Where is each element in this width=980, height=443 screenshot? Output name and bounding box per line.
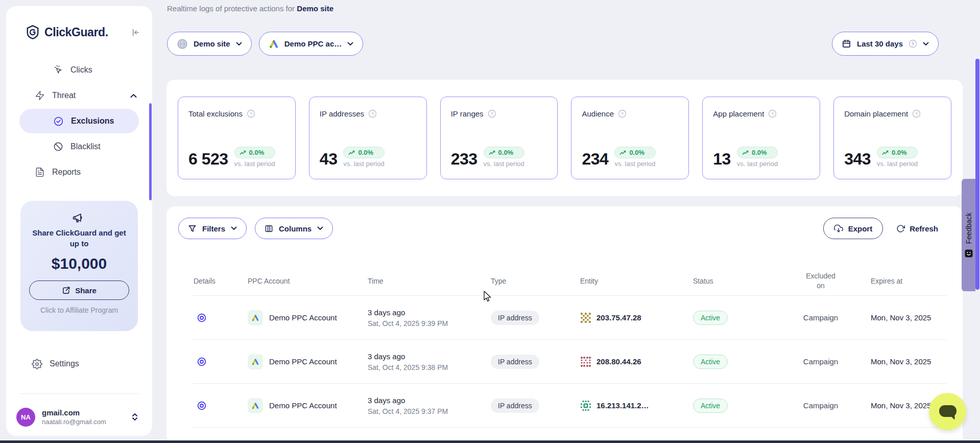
excluded-on-cell: Campaign [790, 313, 851, 322]
excluded-on-cell: Campaign [790, 357, 851, 366]
chat-widget-button[interactable] [929, 393, 966, 430]
logo-text: ClickGuard. [44, 26, 125, 39]
refresh-label: Refresh [910, 224, 938, 233]
date-range-value: Last 30 days [857, 39, 903, 48]
refresh-icon [896, 224, 905, 233]
time-absolute: Sat, Oct 4, 2025 9:39 PM [368, 319, 491, 328]
stat-label: Domain placement [844, 109, 908, 118]
chevron-down-icon [231, 226, 237, 230]
sidebar-item-label: Blacklist [70, 142, 152, 151]
entity-value: 16.213.141.2… [596, 401, 649, 410]
feedback-tab[interactable]: Feedback [962, 179, 975, 291]
stat-value: 13 [713, 151, 731, 167]
share-button[interactable]: Share [29, 281, 129, 300]
help-circle-icon[interactable]: ? [768, 109, 777, 118]
help-circle-icon[interactable]: ? [618, 109, 627, 118]
globe-icon [177, 38, 188, 50]
ppc-account-value: Demo PPC ac… [284, 39, 342, 48]
bottom-edge-bar [0, 440, 980, 443]
sidebar-item-reports[interactable]: Reports [6, 159, 152, 185]
stat-delta: 0.0% [358, 149, 373, 156]
stat-caption: vs. last period [484, 160, 524, 168]
funnel-icon [188, 224, 197, 233]
columns-dropdown[interactable]: Columns [255, 218, 333, 239]
entity-identicon [580, 312, 591, 323]
page-scrollbar[interactable] [975, 59, 979, 290]
chat-bubble-icon [939, 405, 957, 417]
cursor-click-icon [53, 65, 63, 75]
view-details-icon[interactable] [195, 311, 209, 325]
table-row: Demo PPC Account 3 days ago Sat, Oct 4, … [193, 340, 946, 384]
time-absolute: Sat, Oct 4, 2025 9:38 PM [368, 363, 491, 371]
svg-text:?: ? [621, 111, 624, 116]
table-row: Demo PPC Account 3 days ago Sat, Oct 4, … [193, 296, 946, 340]
sidebar-collapse-icon[interactable] [129, 26, 142, 39]
chevron-down-icon [317, 226, 323, 230]
subtitle-text: Realtime logs of protective actions for [167, 4, 297, 13]
feedback-label: Feedback [965, 213, 973, 244]
sidebar-item-label: Threat [52, 91, 123, 100]
stat-label: IP ranges [451, 109, 484, 118]
stat-label: Total exclusions [188, 109, 243, 118]
status-badge: Active [693, 355, 728, 369]
stat-delta: 0.0% [752, 149, 767, 156]
entity-identicon [580, 400, 591, 411]
account-switcher[interactable]: NA gmail.com naatali.ro@gmail.com [16, 404, 145, 430]
view-details-icon[interactable] [195, 399, 209, 413]
chevron-up-icon[interactable] [130, 94, 137, 98]
exclusions-table-panel: Filters Columns Export [166, 206, 963, 443]
promo-caption: Click to Affiliate Program [28, 306, 131, 314]
badge-check-icon [53, 116, 64, 127]
help-circle-icon[interactable]: ? [912, 109, 921, 118]
svg-text:?: ? [912, 41, 914, 46]
help-circle-icon[interactable]: ? [488, 109, 496, 118]
subtitle-site-name: Demo site [297, 4, 333, 13]
stats-panel: Total exclusions ? 6 523 0.0% vs. last p… [166, 80, 963, 196]
sidebar-item-label: Settings [50, 359, 79, 368]
export-button[interactable]: Export [823, 218, 883, 239]
affiliate-promo-card[interactable]: Share ClickGuard and get up to $10,000 S… [20, 201, 138, 331]
sidebar-item-exclusions[interactable]: Exclusions [19, 109, 139, 133]
sidebar-scrollbar[interactable] [149, 103, 152, 200]
sidebar-item-label: Exclusions [71, 116, 114, 126]
expires-at-cell: Mon, Nov 3, 2025 [851, 357, 946, 366]
trend-up-icon [882, 150, 889, 155]
stat-value: 6 523 [188, 151, 228, 167]
filters-dropdown[interactable]: Filters [178, 218, 247, 239]
view-details-icon[interactable] [195, 355, 209, 369]
col-header-type: Type [491, 277, 580, 285]
time-relative: 3 days ago [368, 396, 491, 405]
stat-label: IP addresses [320, 109, 364, 118]
sidebar-item-clicks[interactable]: Clicks [6, 57, 152, 83]
col-header-status: Status [693, 277, 790, 285]
stat-caption: vs. last period [234, 160, 275, 168]
svg-text:?: ? [915, 111, 918, 116]
help-circle-icon[interactable]: ? [247, 109, 255, 118]
sidebar-item-label: Reports [52, 168, 152, 177]
stat-card-ip-addresses: IP addresses ? 43 0.0% vs. last period [309, 97, 427, 179]
stat-delta: 0.0% [629, 149, 644, 156]
svg-text:?: ? [771, 111, 774, 116]
date-range-dropdown[interactable]: Last 30 days ? [832, 32, 939, 56]
svg-text:?: ? [371, 111, 374, 116]
col-header-ppc-account: PPC Account [248, 277, 368, 285]
stat-delta: 0.0% [249, 149, 265, 156]
sidebar-item-threat[interactable]: Threat [6, 83, 152, 108]
sidebar-item-label: Clicks [70, 65, 152, 75]
site-selector-dropdown[interactable]: Demo site [167, 32, 252, 56]
sidebar-item-blacklist[interactable]: Blacklist [6, 134, 152, 159]
ppc-account-dropdown[interactable]: Demo PPC ac… [259, 32, 364, 56]
stat-label: App placement [713, 109, 764, 118]
stat-value: 233 [451, 151, 477, 167]
external-link-icon [62, 286, 70, 295]
refresh-button[interactable]: Refresh [896, 224, 938, 233]
trend-up-icon [742, 150, 749, 155]
promo-headline: Share ClickGuard and get up to [28, 227, 131, 249]
promo-amount: $10,000 [28, 255, 131, 272]
sidebar-item-settings[interactable]: Settings [6, 352, 152, 376]
help-circle-icon[interactable]: ? [368, 109, 377, 118]
col-header-excluded-on: Excluded on [790, 271, 851, 291]
col-header-details: Details [193, 277, 248, 285]
google-ads-icon [269, 39, 279, 49]
stat-card-total-exclusions: Total exclusions ? 6 523 0.0% vs. last p… [178, 97, 296, 179]
